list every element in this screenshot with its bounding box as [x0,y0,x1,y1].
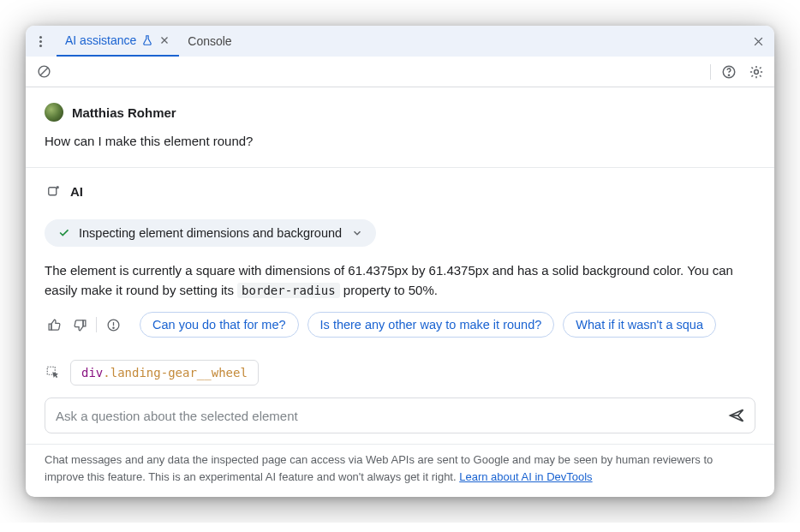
close-tab-icon[interactable] [158,34,170,46]
svg-point-6 [112,327,113,328]
toolbar-divider [710,64,711,80]
tab-label: Console [188,34,231,48]
message-header: Matthias Rohmer [45,103,755,122]
devtools-panel: AI assistance Console [26,26,774,497]
toolbar [26,57,774,87]
message-header: AI [45,183,755,200]
answer-text-post: property to 50%. [340,283,438,297]
suggestion-chip[interactable]: Is there any other way to make it round? [307,312,555,338]
chevron-down-icon [350,226,364,240]
selected-element-row: div.landing-gear__wheel [26,360,774,398]
svg-point-3 [755,69,759,74]
thumbs-down-icon[interactable] [70,315,89,334]
inspect-status-pill[interactable]: Inspecting element dimensions and backgr… [45,219,376,247]
chat-content: Matthias Rohmer How can I make this elem… [26,87,774,497]
report-icon[interactable] [104,315,122,334]
tab-label: AI assistance [65,33,136,47]
user-question: How can I make this element round? [45,132,755,152]
svg-rect-4 [49,187,57,194]
element-picker-icon[interactable] [45,364,62,381]
send-icon[interactable] [724,403,749,428]
disclaimer: Chat messages and any data the inspected… [26,444,774,497]
element-class: .landing-gear__wheel [103,366,248,380]
ai-message: AI Inspecting element dimensions and bac… [26,168,774,354]
tab-ai-assistance[interactable]: AI assistance [57,26,179,57]
check-icon [57,226,70,240]
prompt-input-row [45,398,755,433]
tab-console[interactable]: Console [179,26,240,57]
disclaimer-text: Chat messages and any data the inspected… [45,453,713,483]
user-message: Matthias Rohmer How can I make this elem… [26,87,774,168]
gear-icon[interactable] [747,63,766,81]
suggestion-chip[interactable]: What if it wasn't a squa [563,312,716,338]
suggestion-chip[interactable]: Can you do that for me? [140,312,299,338]
divider [96,317,97,332]
svg-point-2 [728,75,729,75]
more-tabs-icon[interactable] [33,33,48,49]
clear-icon[interactable] [34,63,53,81]
tab-bar: AI assistance Console [26,26,774,57]
avatar [45,103,63,122]
prompt-input[interactable] [56,409,724,423]
element-tag: div [81,366,103,380]
feedback-row: Can you do that for me? Is there any oth… [45,312,755,338]
flask-icon [141,34,153,46]
close-panel-icon[interactable] [750,33,766,49]
thumbs-up-icon[interactable] [45,315,63,334]
help-icon[interactable] [719,63,738,81]
answer-code: border-radius [237,283,340,298]
user-name: Matthias Rohmer [72,105,176,120]
feedback-icons [45,315,122,334]
selected-element-chip[interactable]: div.landing-gear__wheel [70,360,259,386]
ai-answer: The element is currently a square with d… [45,260,755,301]
ai-label: AI [70,184,83,199]
disclaimer-link[interactable]: Learn about AI in DevTools [459,470,592,483]
ai-spark-icon [45,183,62,200]
inspect-status-text: Inspecting element dimensions and backgr… [79,226,342,240]
suggestion-chips: Can you do that for me? Is there any oth… [140,312,716,338]
